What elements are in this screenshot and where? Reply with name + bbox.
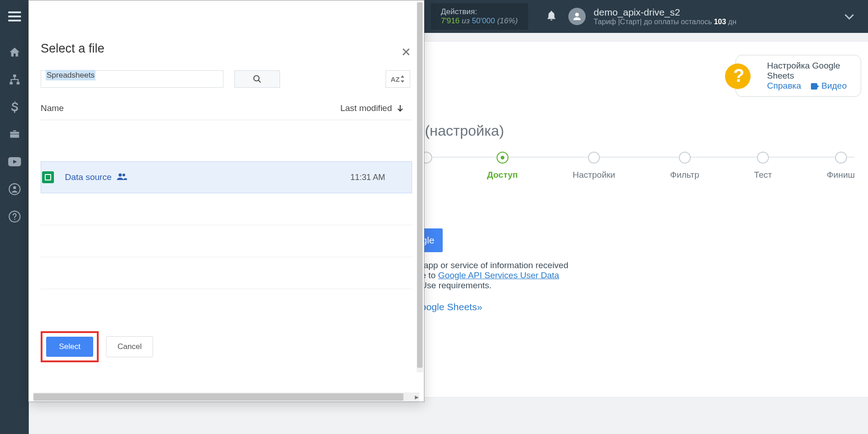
empty-row xyxy=(41,225,412,257)
svg-rect-3 xyxy=(16,82,20,84)
help-reference-link[interactable]: Справка xyxy=(767,81,801,90)
step-label: Доступ xyxy=(487,170,518,180)
menu-toggle-button[interactable] xyxy=(0,0,29,33)
sort-button[interactable]: AZ xyxy=(386,70,410,88)
billing-icon[interactable] xyxy=(8,101,21,113)
question-mark-icon: ? xyxy=(733,65,744,86)
home-icon[interactable] xyxy=(8,46,21,58)
video-icon[interactable] xyxy=(8,155,21,168)
svg-point-10 xyxy=(254,76,259,81)
callout-highlight: Select xyxy=(41,331,99,362)
svg-point-8 xyxy=(14,219,15,220)
svg-rect-1 xyxy=(13,74,16,77)
modal-horizontal-scrollbar[interactable]: ▶ xyxy=(33,392,419,402)
step-label: Тест xyxy=(754,170,772,180)
actions-line: 7'916 из 50'000 (16%) xyxy=(441,16,518,26)
spreadsheet-icon xyxy=(42,171,54,183)
actions-limit-value: 50'000 xyxy=(472,16,495,25)
file-modified-time: 11:31 AM xyxy=(350,173,385,182)
step-circle-icon xyxy=(757,152,769,164)
step-item[interactable]: Настройки xyxy=(573,152,615,180)
picker-footer: Select Cancel xyxy=(41,331,153,362)
empty-row xyxy=(41,193,412,225)
profile-icon[interactable] xyxy=(8,183,21,196)
actions-used-value: 7'916 xyxy=(441,16,460,25)
step-item[interactable]: Финиш xyxy=(827,152,855,180)
google-policy-link[interactable]: Google API Services User Data xyxy=(438,270,559,280)
help-icon[interactable] xyxy=(8,210,21,223)
svg-point-12 xyxy=(122,174,125,176)
file-name: Data source xyxy=(65,172,111,182)
actions-counter: Действия: 7'916 из 50'000 (16%) xyxy=(431,3,528,30)
actions-percent: (16%) xyxy=(497,16,518,25)
notifications-bell-icon[interactable] xyxy=(545,10,557,23)
account-block[interactable]: demo_apix-drive_s2 Тариф |Старт| до опла… xyxy=(594,7,737,26)
step-circle-icon xyxy=(588,152,600,164)
svg-point-0 xyxy=(575,13,579,16)
svg-rect-9 xyxy=(811,83,817,90)
file-type-filter-input[interactable]: Spreadsheets xyxy=(41,70,223,88)
help-title: Настройка Google Sheets xyxy=(767,61,852,81)
col-name-header[interactable]: Name xyxy=(41,103,64,113)
file-list-header: Name Last modified xyxy=(41,103,412,120)
actions-of-word: из xyxy=(462,16,472,25)
search-icon xyxy=(253,74,262,84)
hamburger-icon xyxy=(8,11,21,21)
spacer xyxy=(41,120,412,161)
step-item[interactable]: Фильтр xyxy=(670,152,699,180)
cancel-button[interactable]: Cancel xyxy=(106,336,153,357)
tariff-line: Тариф |Старт| до оплаты осталось 103 дн xyxy=(594,18,737,26)
step-item[interactable]: Тест xyxy=(754,152,772,180)
step-label: Фильтр xyxy=(670,170,699,180)
search-button[interactable] xyxy=(234,70,280,88)
help-bubble: ? Настройка Google Sheets Справка Видео xyxy=(736,55,861,97)
file-row[interactable]: Data source 11:31 AM xyxy=(41,161,412,193)
picker-title: Select a file xyxy=(41,42,412,56)
connections-icon[interactable] xyxy=(8,73,21,86)
help-video-link[interactable]: Видео xyxy=(811,81,847,90)
help-links: Справка Видео xyxy=(767,81,852,91)
actions-title: Действия: xyxy=(441,7,518,16)
step-item[interactable]: Доступ xyxy=(487,152,518,180)
empty-row xyxy=(41,257,412,289)
step-circle-active-icon xyxy=(497,152,508,164)
briefcase-icon[interactable] xyxy=(8,128,21,141)
sort-arrows-icon xyxy=(400,75,405,83)
step-label xyxy=(425,170,427,180)
page-title-suffix: х (настройка) xyxy=(413,122,504,139)
svg-point-11 xyxy=(119,174,122,177)
shared-icon xyxy=(117,173,127,182)
close-icon[interactable]: ✕ xyxy=(401,45,411,59)
arrow-down-icon xyxy=(397,104,404,112)
stepper: Доступ Настройки Фильтр Тест Финиш xyxy=(420,152,855,180)
account-name: demo_apix-drive_s2 xyxy=(594,7,737,18)
select-button[interactable]: Select xyxy=(46,337,93,357)
step-label: Финиш xyxy=(827,170,855,180)
sidebar xyxy=(0,33,29,434)
step-circle-icon xyxy=(835,152,847,164)
file-picker-modal: Select a file ✕ Spreadsheets AZ Name Las… xyxy=(28,0,424,402)
step-circle-icon xyxy=(679,152,691,164)
col-modified-header[interactable]: Last modified xyxy=(340,103,404,113)
svg-rect-2 xyxy=(10,82,13,84)
step-label: Настройки xyxy=(573,170,615,180)
sort-az-icon: AZ xyxy=(391,75,400,83)
svg-point-6 xyxy=(13,186,16,190)
avatar[interactable] xyxy=(568,8,586,25)
account-chevron-down-icon[interactable] xyxy=(844,14,854,22)
disclosure-text: er app or service of information receive… xyxy=(413,260,568,291)
